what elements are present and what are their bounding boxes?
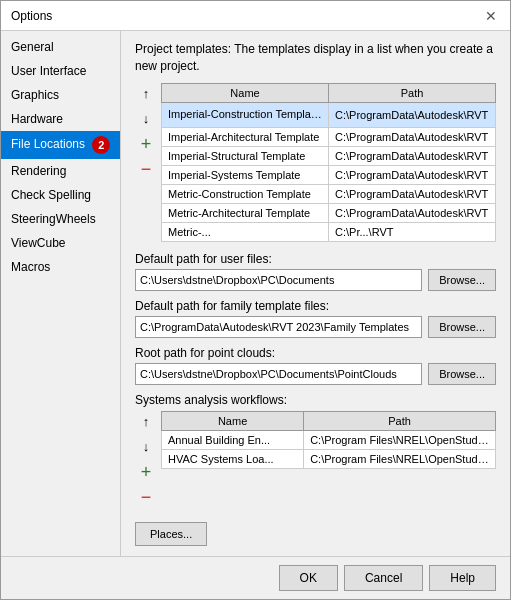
main-content: Project templates: The templates display… (121, 31, 510, 556)
family-template-label: Default path for family template files: (135, 299, 496, 313)
dialog-body: General User Interface Graphics Hardware… (1, 31, 510, 556)
point-clouds-row: Browse... (135, 363, 496, 385)
template-path-cell: C:\ProgramData\Autodesk\RVT (329, 127, 496, 146)
project-templates-section: + − Name Path Imperial-Construction Temp (135, 83, 496, 242)
sidebar-item-label: Graphics (11, 88, 59, 102)
systems-analysis-table: Name Path Annual Building En...C:\Progra… (161, 411, 496, 469)
places-section: Places... (135, 518, 496, 546)
sidebar-item-user-interface[interactable]: User Interface (1, 59, 120, 83)
section-description: Project templates: The templates display… (135, 41, 496, 75)
point-clouds-label: Root path for point clouds: (135, 346, 496, 360)
sidebar-item-hardware[interactable]: Hardware (1, 107, 120, 131)
sidebar-item-file-locations[interactable]: File Locations 2 (1, 131, 120, 159)
systems-col-path: Path (304, 411, 496, 430)
template-path-cell: C:\ProgramData\Autodesk\RVT (329, 184, 496, 203)
template-name-cell[interactable]: Metric-Architectural Template (162, 203, 329, 222)
arrow-up-icon (143, 414, 150, 429)
template-name-cell[interactable]: Imperial-Construction Template1 (162, 102, 329, 127)
sidebar-item-label: Rendering (11, 164, 66, 178)
sidebar: General User Interface Graphics Hardware… (1, 31, 121, 556)
template-name-cell[interactable]: Imperial-Structural Template (162, 146, 329, 165)
user-files-label: Default path for user files: (135, 252, 496, 266)
systems-remove-button[interactable]: − (135, 486, 157, 508)
template-name-cell[interactable]: Metric-Construction Template (162, 184, 329, 203)
sidebar-item-label: File Locations (11, 137, 85, 151)
sidebar-item-label: Macros (11, 260, 50, 274)
systems-analysis-title: Systems analysis workflows: (135, 393, 496, 407)
family-template-browse-button[interactable]: Browse... (428, 316, 496, 338)
user-files-input[interactable] (135, 269, 422, 291)
sidebar-item-graphics[interactable]: Graphics (1, 83, 120, 107)
move-down-button[interactable] (135, 108, 157, 130)
template-path-cell: C:\ProgramData\Autodesk\RVT (329, 146, 496, 165)
systems-toolbar: + − (135, 411, 157, 508)
sidebar-item-check-spelling[interactable]: Check Spelling (1, 183, 120, 207)
template-name-cell[interactable]: Imperial-Systems Template (162, 165, 329, 184)
minus-icon: − (137, 488, 155, 506)
point-clouds-group: Root path for point clouds: Browse... (135, 346, 496, 385)
templates-toolbar: + − (135, 83, 157, 180)
dialog-title: Options (11, 9, 52, 23)
sidebar-item-rendering[interactable]: Rendering (1, 159, 120, 183)
template-name-cell[interactable]: Imperial-Architectural Template (162, 127, 329, 146)
options-dialog: Options ✕ General User Interface Graphic… (0, 0, 511, 600)
arrow-down-icon (143, 111, 150, 126)
sidebar-item-general[interactable]: General (1, 35, 120, 59)
arrow-down-icon (143, 439, 150, 454)
sidebar-item-label: ViewCube (11, 236, 65, 250)
systems-move-up-button[interactable] (135, 411, 157, 433)
sidebar-item-label: SteeringWheels (11, 212, 96, 226)
title-bar: Options ✕ (1, 1, 510, 31)
dialog-footer: OK Cancel Help (1, 556, 510, 599)
systems-analysis-group: Systems analysis workflows: + − (135, 393, 496, 508)
sidebar-item-label: Check Spelling (11, 188, 91, 202)
systems-col-name: Name (162, 411, 304, 430)
close-button[interactable]: ✕ (482, 7, 500, 25)
sidebar-item-label: User Interface (11, 64, 86, 78)
systems-path-cell: C:\Program Files\NREL\OpenStudio CLI For… (304, 449, 496, 468)
systems-path-cell: C:\Program Files\NREL\OpenStudio CLI For… (304, 430, 496, 449)
template-path-cell: C:\ProgramData\Autodesk\RVT (329, 203, 496, 222)
minus-icon: − (137, 160, 155, 178)
plus-icon: + (137, 463, 155, 481)
point-clouds-input[interactable] (135, 363, 422, 385)
sidebar-item-label: General (11, 40, 54, 54)
family-template-group: Default path for family template files: … (135, 299, 496, 338)
template-path-cell: C:\Pr...\RVT (329, 222, 496, 241)
project-templates-table: Name Path Imperial-Construction Template… (161, 83, 496, 242)
ok-button[interactable]: OK (279, 565, 338, 591)
user-files-row: Browse... (135, 269, 496, 291)
sidebar-item-steeringwheels[interactable]: SteeringWheels (1, 207, 120, 231)
template-path-cell: C:\ProgramData\Autodesk\RVT (329, 165, 496, 184)
template-name-cell[interactable]: Metric-... (162, 222, 329, 241)
arrow-up-icon (143, 86, 150, 101)
family-template-input[interactable] (135, 316, 422, 338)
cancel-button[interactable]: Cancel (344, 565, 423, 591)
template-badge: 1 (324, 106, 328, 124)
templates-col-path: Path (329, 83, 496, 102)
templates-col-name: Name (162, 83, 329, 102)
sidebar-item-viewcube[interactable]: ViewCube (1, 231, 120, 255)
user-files-group: Default path for user files: Browse... (135, 252, 496, 291)
systems-add-button[interactable]: + (135, 461, 157, 483)
point-clouds-browse-button[interactable]: Browse... (428, 363, 496, 385)
systems-name-cell[interactable]: HVAC Systems Loa... (162, 449, 304, 468)
systems-name-cell[interactable]: Annual Building En... (162, 430, 304, 449)
move-up-button[interactable] (135, 83, 157, 105)
systems-move-down-button[interactable] (135, 436, 157, 458)
sidebar-item-macros[interactable]: Macros (1, 255, 120, 279)
remove-template-button[interactable]: − (135, 158, 157, 180)
template-path-cell: C:\ProgramData\Autodesk\RVT (329, 102, 496, 127)
add-template-button[interactable]: + (135, 133, 157, 155)
family-template-row: Browse... (135, 316, 496, 338)
user-files-browse-button[interactable]: Browse... (428, 269, 496, 291)
sidebar-item-label: Hardware (11, 112, 63, 126)
systems-analysis-section: + − Name Path (135, 411, 496, 508)
file-locations-badge: 2 (92, 136, 110, 154)
plus-icon: + (137, 135, 155, 153)
places-button[interactable]: Places... (135, 522, 207, 546)
help-button[interactable]: Help (429, 565, 496, 591)
